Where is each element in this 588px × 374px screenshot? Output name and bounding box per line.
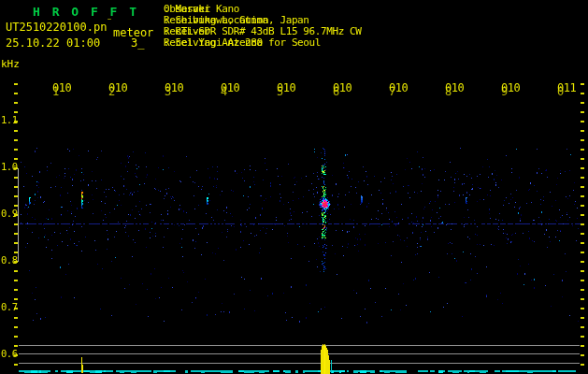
time-label: 0105 xyxy=(277,81,283,94)
hrofft-spectrogram-image: H R O F F T UT2510220100.pn ¨ meteor 25.… xyxy=(0,0,588,374)
time-label: 0110 xyxy=(557,81,564,94)
filename-artifact: ¨ xyxy=(107,18,112,28)
freq-label: 0.8 xyxy=(1,254,17,266)
app-title: H R O F F T xyxy=(33,5,139,19)
time-label: 0101 xyxy=(52,81,59,94)
freq-label: 1.0 xyxy=(1,161,17,172)
filename-text: UT2510220100.pn xyxy=(6,21,107,34)
station-info-value: : 5el Yagi Az 280 for Seoul xyxy=(164,37,321,49)
y-axis-unit-label: kHz xyxy=(1,58,20,70)
freq-label: 0.9 xyxy=(1,208,17,219)
freq-label: 0.7 xyxy=(1,301,17,312)
time-label: 0108 xyxy=(445,81,452,94)
time-label: 0104 xyxy=(221,81,227,94)
time-label: 0106 xyxy=(333,81,339,94)
freq-label: 0.6 xyxy=(1,348,17,359)
time-label: 0109 xyxy=(501,81,508,94)
time-label: 0102 xyxy=(108,81,115,94)
time-label: 0107 xyxy=(389,81,395,94)
freq-label: 1.1 xyxy=(1,114,17,125)
observation-datetime: 25.10.22 01:00 xyxy=(6,36,100,50)
spectrogram-canvas xyxy=(0,0,588,374)
echo-counter: 3_ xyxy=(131,36,144,50)
time-label: 0103 xyxy=(165,81,171,94)
